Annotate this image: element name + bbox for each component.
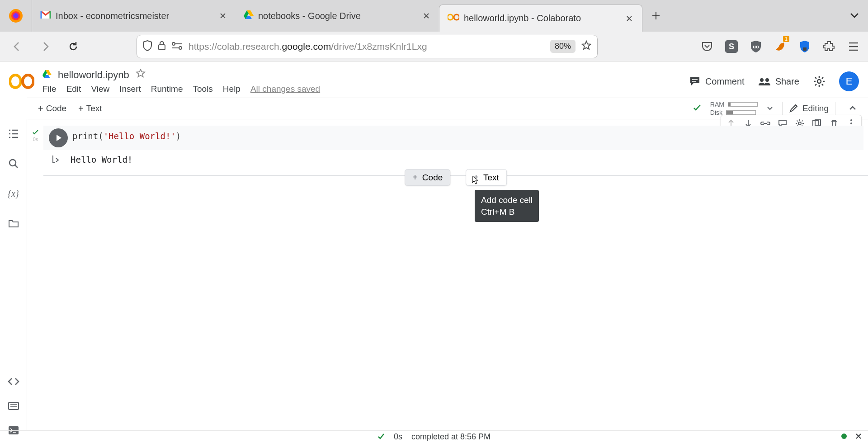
ext-shield-icon[interactable] [797,39,812,54]
svg-text:S: S [729,42,734,51]
lock-icon[interactable] [158,41,166,52]
command-palette-icon[interactable] [7,400,20,412]
cursor-icon [472,175,478,184]
cell-exec-time: 0s [33,137,38,142]
menu-help[interactable]: Help [223,84,241,94]
menu-tools[interactable]: Tools [193,84,213,94]
url-bar[interactable]: https://colab.research.google.com/drive/… [137,35,598,58]
toc-icon[interactable] [7,127,20,140]
close-icon[interactable] [218,11,227,20]
avatar[interactable]: E [839,71,859,91]
colab-icon [448,13,459,24]
svg-point-6 [172,42,175,45]
svg-point-23 [850,119,852,121]
check-icon [33,128,38,136]
forward-button[interactable] [35,37,55,57]
svg-point-26 [841,434,847,439]
search-icon[interactable] [7,157,20,170]
svg-point-13 [23,75,33,88]
output-indicator-icon[interactable] [47,155,66,164]
ext-bird-icon[interactable]: 1 [773,39,788,54]
ublock-icon[interactable]: uo [749,39,763,54]
zoom-badge[interactable]: 80% [550,40,576,53]
close-icon[interactable] [625,14,634,23]
firefox-icon [0,0,32,32]
resource-meter[interactable]: RAM Disk [710,101,758,116]
hamburger-menu[interactable] [846,39,861,54]
svg-point-3 [448,14,453,20]
code-cell[interactable]: print('Hello World!') Hello World! [43,126,863,168]
document-title[interactable]: helloworld.ipynb [58,69,129,81]
close-icon[interactable] [422,11,431,20]
drive-icon [42,70,52,80]
pocket-icon[interactable] [700,39,714,54]
svg-point-7 [179,47,182,49]
new-tab-button[interactable] [642,0,670,32]
colab-header: helloworld.ipynb File Edit View Insert R… [0,61,868,98]
add-code-button[interactable]: +Code [34,102,70,116]
editing-mode-button[interactable]: Editing [782,102,835,115]
code-snippets-icon[interactable] [7,375,20,388]
status-time: 0s [394,432,402,442]
svg-point-14 [760,78,764,82]
svg-text:uo: uo [753,44,759,49]
shield-icon[interactable] [142,40,152,53]
tab-drive[interactable]: notebooks - Google Drive [236,0,439,32]
menu-bar: File Edit View Insert Runtime Tools Help… [42,84,320,94]
star-icon[interactable] [136,69,146,81]
run-cell-button[interactable] [49,128,68,147]
url-text: https://colab.research.google.com/drive/… [189,41,545,52]
drive-icon [244,10,254,22]
menu-runtime[interactable]: Runtime [151,84,183,94]
add-text-button[interactable]: +Text [75,102,106,116]
notebook: 0s print('Hello World!') Hello World! +C… [27,119,868,430]
kernel-status-icon [841,432,847,442]
extensions-button[interactable] [822,39,836,54]
svg-point-17 [9,160,16,166]
comment-button[interactable]: Comment [689,76,745,87]
permissions-icon[interactable] [171,42,183,52]
menu-view[interactable]: View [91,84,109,94]
status-bar: 0s completed at 8:56 PM [0,430,868,443]
svg-rect-5 [159,45,165,50]
left-rail: {x} [0,119,27,430]
ext-s-icon[interactable]: S [724,39,739,54]
check-icon [377,432,385,442]
menu-edit[interactable]: Edit [66,84,81,94]
runtime-dropdown[interactable] [767,104,773,113]
files-icon[interactable] [7,217,20,230]
svg-point-12 [10,75,21,88]
svg-point-16 [817,80,821,83]
menu-insert[interactable]: Insert [119,84,141,94]
close-status-icon[interactable] [855,432,862,442]
ext-badge: 1 [783,36,789,42]
collapse-button[interactable] [844,104,861,113]
all-tabs-button[interactable] [841,13,868,19]
svg-point-24 [850,123,852,124]
colab-logo[interactable] [9,73,34,90]
variables-icon[interactable]: {x} [7,187,20,200]
extension-icons: S uo 1 [700,39,861,54]
insert-code-button[interactable]: +Code [405,169,450,186]
tab-inbox[interactable]: Inbox - econometricsmeister [32,0,236,32]
all-changes-saved[interactable]: All changes saved [250,84,320,94]
browser-nav-bar: https://colab.research.google.com/drive/… [0,32,868,61]
browser-tab-strip: Inbox - econometricsmeister notebooks - … [0,0,868,32]
back-button[interactable] [7,37,27,57]
gmail-icon [40,10,51,22]
svg-point-15 [765,78,769,82]
svg-point-4 [454,14,459,20]
share-button[interactable]: Share [758,76,799,87]
bookmark-icon[interactable] [581,40,592,53]
tab-colab[interactable]: helloworld.ipynb - Colaborato [439,5,642,32]
tab-title: Inbox - econometricsmeister [56,11,214,21]
settings-button[interactable] [813,75,826,88]
menu-file[interactable]: File [42,84,57,94]
cell-exec-status: 0s [33,128,38,142]
svg-point-20 [798,122,801,125]
cell-output: Hello World! [71,155,132,165]
tooltip: Add code cell Ctrl+M B [475,190,539,222]
code-editor[interactable]: print('Hello World!') [72,128,181,144]
status-text: completed at 8:56 PM [411,432,491,442]
reload-button[interactable] [63,37,83,57]
